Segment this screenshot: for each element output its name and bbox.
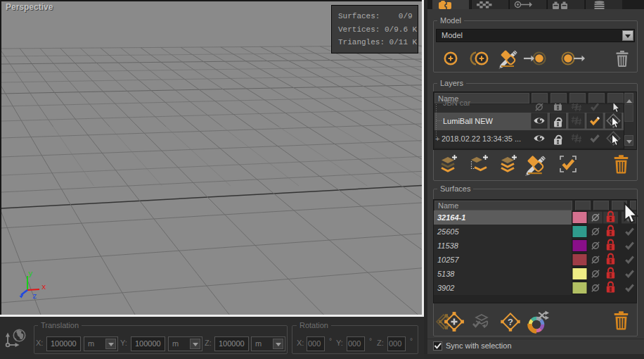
svg-text:y: y [28,270,33,278]
svg-text:x: x [41,283,46,291]
svg-text:?: ? [508,317,513,327]
svg-text:z: z [32,292,37,301]
